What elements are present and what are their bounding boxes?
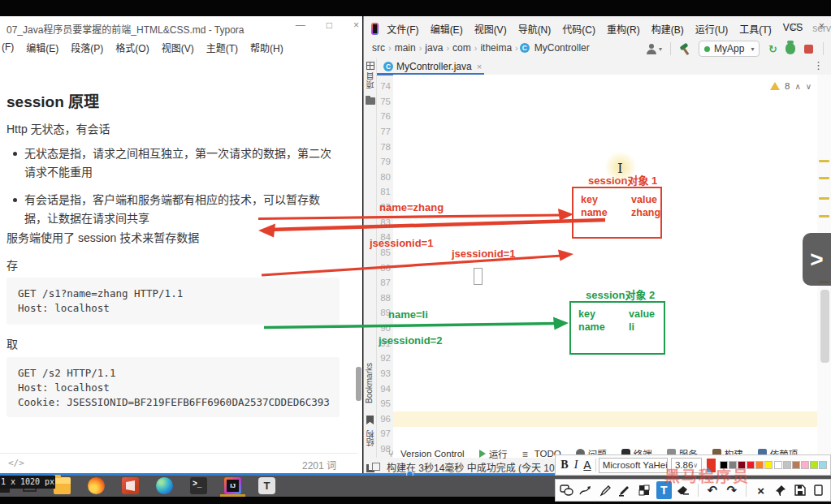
shape-tool-icon[interactable] <box>559 481 574 499</box>
doc-heading: session 原理 <box>6 89 99 111</box>
office-icon[interactable] <box>122 477 139 494</box>
structure-toolwindow-button[interactable]: 结构 <box>365 430 377 446</box>
maximize-icon[interactable]: □ <box>792 20 798 32</box>
breadcrumb-main[interactable]: main <box>395 42 416 54</box>
typora-menu-item[interactable]: 段落(P) <box>71 41 103 54</box>
font-style-button[interactable]: A <box>582 459 593 472</box>
edge-icon[interactable] <box>156 477 173 494</box>
chevron-down-icon[interactable]: ▾ <box>659 45 662 53</box>
pin-button[interactable] <box>773 481 788 499</box>
breadcrumb-com[interactable]: com <box>452 42 471 54</box>
mosaic-tool-icon[interactable] <box>637 481 652 499</box>
minimize-icon[interactable]: — <box>296 19 305 31</box>
color-swatch[interactable] <box>755 461 764 469</box>
cancel-button[interactable]: × <box>753 481 768 499</box>
line-number: 92 <box>377 351 393 366</box>
next-page-button[interactable]: > <box>803 233 831 286</box>
ide-menu-item[interactable]: 构建(B) <box>651 22 684 36</box>
breadcrumb-mycontroller[interactable]: MyController <box>535 42 590 54</box>
word-count: 2201 词 <box>302 458 336 472</box>
warning-stripe-mark[interactable] <box>819 177 829 179</box>
doc-bullet: 有会话是指，客户端和服务端都有相应的技术，可以暂存数据，让数据在请求间共享 <box>24 191 340 227</box>
color-swatch[interactable] <box>783 461 791 469</box>
ide-menubar: 文件(F)编辑(E)视图(V)导航(N)代码(C)重构(R)构建(B)运行(U)… <box>387 22 803 36</box>
typora-icon[interactable]: T <box>258 477 275 494</box>
tab-close-icon[interactable]: × <box>477 62 482 71</box>
source-code-mode-icon[interactable]: </> <box>8 458 24 468</box>
maximize-icon[interactable]: □ <box>327 19 332 31</box>
color-swatch[interactable] <box>792 461 800 469</box>
breadcrumb-src[interactable]: src <box>372 42 385 54</box>
color-swatch[interactable] <box>819 461 827 469</box>
color-swatch[interactable] <box>801 461 809 469</box>
toolwindow-version-control[interactable]: Version Control <box>388 449 465 459</box>
copy-button[interactable] <box>812 481 827 499</box>
typora-window-title: 07_Java程序员要掌握的前端_HTML&CSS.md - Typora <box>6 22 245 36</box>
ide-menu-item[interactable]: 运行(U) <box>695 22 729 36</box>
typora-menu-item[interactable]: 格式(O) <box>115 41 149 54</box>
minimize-icon[interactable]: — <box>761 20 771 32</box>
close-icon[interactable]: × <box>819 20 825 32</box>
breadcrumb-java[interactable]: java <box>425 42 443 54</box>
build-hammer-icon[interactable] <box>679 43 691 55</box>
typora-menu-item[interactable]: 编辑(E) <box>26 41 58 54</box>
table-header-key: key <box>581 193 631 206</box>
project-grid-icon[interactable] <box>366 62 374 70</box>
chevron-right-icon: › <box>419 43 422 53</box>
warning-stripe-mark[interactable] <box>819 215 829 218</box>
ide-menu-item[interactable]: 视图(V) <box>474 22 507 36</box>
ide-titlebar[interactable]: 文件(F)编辑(E)视图(V)导航(N)代码(C)重构(R)构建(B)运行(U)… <box>364 18 831 39</box>
ide-menu-item[interactable]: 代码(C) <box>562 22 595 36</box>
chevron-right-icon: › <box>388 43 392 53</box>
editor-scrollbar[interactable] <box>820 290 829 363</box>
typora-menu-item[interactable]: 主题(T) <box>206 41 238 54</box>
line-number: 83 <box>377 215 393 230</box>
font-family-select[interactable]: Microsoft YaHei UI ∨ <box>599 458 668 473</box>
marker-tool-icon[interactable] <box>617 481 633 499</box>
rerun-icon[interactable]: ↻ <box>765 43 780 55</box>
debug-bug-icon[interactable] <box>786 43 795 54</box>
run-configuration-name: MyApp <box>714 43 744 54</box>
typora-menu-item[interactable]: 帮助(H) <box>250 41 283 54</box>
terminal-icon[interactable]: >_ <box>190 477 207 494</box>
typora-menu-item[interactable]: (F) <box>2 41 14 53</box>
typora-scrollbar[interactable] <box>356 367 361 401</box>
color-swatch[interactable] <box>764 461 773 469</box>
breadcrumb-itheima[interactable]: itheima <box>480 42 512 54</box>
code-editor[interactable] <box>393 75 817 458</box>
ide-menu-item[interactable]: 重构(R) <box>607 22 640 36</box>
typora-titlebar[interactable]: 07_Java程序员要掌握的前端_HTML&CSS.md - Typora — … <box>0 16 362 37</box>
inspections-widget[interactable]: 8 ∧ ∨ <box>770 81 812 91</box>
chevron-down-icon[interactable]: ∨ <box>806 82 812 91</box>
tab-mycontroller[interactable]: C MyController.java × <box>379 58 487 75</box>
run-configuration-select[interactable]: MyApp ▾ <box>699 41 760 57</box>
ide-toolbar: src› main› java› com› itheima› C MyContr… <box>364 39 831 58</box>
pencil-tool-icon[interactable] <box>598 481 613 499</box>
typora-menu-item[interactable]: 视图(V) <box>162 41 194 54</box>
save-button[interactable] <box>792 481 807 499</box>
chevron-up-icon[interactable]: ∧ <box>794 82 800 91</box>
bold-button[interactable]: B <box>559 459 570 472</box>
ide-menu-item[interactable]: 文件(F) <box>387 22 418 36</box>
ide-menu-item[interactable]: 编辑(E) <box>431 22 463 36</box>
file-explorer-icon[interactable] <box>54 477 71 494</box>
bookmarks-toolwindow-button[interactable]: Bookmarks <box>365 363 374 403</box>
warning-icon <box>770 82 780 90</box>
color-swatch[interactable] <box>774 461 782 469</box>
project-toolwindow-button[interactable]: 项目 <box>365 72 377 88</box>
more-options-icon[interactable]: ⋮ <box>813 59 824 71</box>
italic-button[interactable]: I <box>570 459 582 472</box>
color-swatch[interactable] <box>810 461 818 469</box>
intellij-idea-icon[interactable] <box>224 477 241 494</box>
folder-icon[interactable] <box>366 97 375 105</box>
warning-stripe-mark[interactable] <box>819 197 829 200</box>
firefox-icon[interactable] <box>88 477 105 494</box>
toolwindow-run[interactable]: 运行 <box>479 447 508 460</box>
close-icon[interactable]: × <box>353 19 359 31</box>
warning-stripe-mark[interactable] <box>819 160 829 162</box>
code-with-me-icon[interactable] <box>646 43 657 54</box>
bookmark-icon[interactable] <box>366 416 374 424</box>
ide-menu-item[interactable]: 导航(N) <box>518 22 552 36</box>
stop-icon[interactable] <box>804 45 813 54</box>
arrow-tool-icon[interactable] <box>578 481 594 499</box>
